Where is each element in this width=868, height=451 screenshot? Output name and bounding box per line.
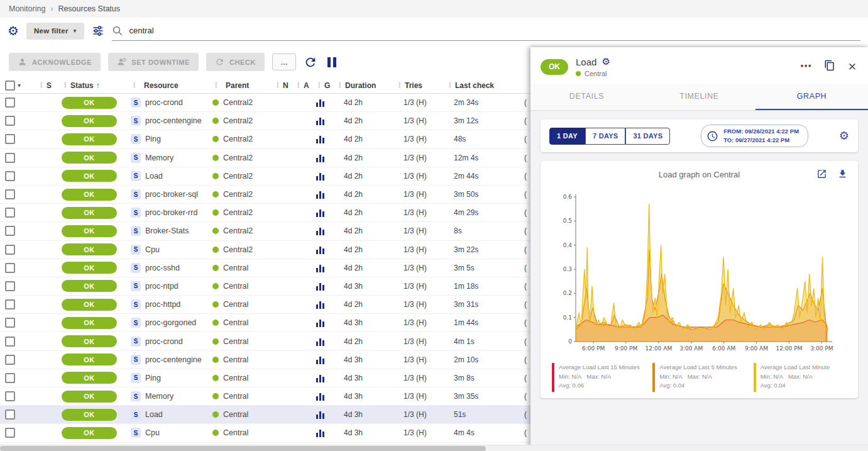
acknowledge-button[interactable]: ACKNOWLEDGE xyxy=(9,53,101,71)
row-checkbox[interactable] xyxy=(5,116,15,126)
time-range-1day-button[interactable]: 1 DAY xyxy=(549,128,585,145)
row-checkbox[interactable] xyxy=(5,428,15,438)
row-checkbox[interactable] xyxy=(5,391,15,401)
resource-name[interactable]: Ping xyxy=(145,374,161,382)
tab-details[interactable]: DETAILS xyxy=(530,84,643,110)
drag-handle-icon[interactable]: ⋮ xyxy=(131,81,138,89)
col-duration[interactable]: Duration xyxy=(345,81,376,90)
row-checkbox[interactable] xyxy=(5,337,15,347)
parent-name[interactable]: Central xyxy=(223,410,248,419)
parent-name[interactable]: Central2 xyxy=(223,226,253,235)
drag-handle-icon[interactable]: ⋮ xyxy=(212,81,219,89)
pause-autorefresh-icon[interactable] xyxy=(327,57,336,67)
row-checkbox[interactable] xyxy=(5,189,15,199)
tab-timeline[interactable]: TIMELINE xyxy=(643,84,755,110)
graph-chart-icon[interactable] xyxy=(316,153,325,162)
resource-name[interactable]: proc-ntpd xyxy=(145,282,179,291)
more-actions-button[interactable]: ... xyxy=(272,53,296,70)
graph-chart-icon[interactable] xyxy=(316,282,325,291)
resource-name[interactable]: proc-centengine xyxy=(145,116,202,125)
refresh-list-icon[interactable] xyxy=(304,55,317,69)
row-checkbox[interactable] xyxy=(5,208,15,218)
drag-handle-icon[interactable]: ⋮ xyxy=(295,81,302,89)
col-n[interactable]: N xyxy=(283,81,288,90)
resource-name[interactable]: Memory xyxy=(145,153,173,162)
parent-name[interactable]: Central xyxy=(223,282,248,291)
resource-name[interactable]: Broker-Stats xyxy=(145,226,189,235)
resource-name[interactable]: Cpu xyxy=(145,245,160,254)
resource-name[interactable]: proc-sshd xyxy=(145,264,180,272)
parent-name[interactable]: Central xyxy=(223,318,248,327)
horizontal-scrollbar[interactable] xyxy=(0,445,868,451)
row-checkbox[interactable] xyxy=(5,153,15,163)
row-checkbox[interactable] xyxy=(5,281,15,291)
resource-name[interactable]: proc-broker-sql xyxy=(145,190,198,199)
check-button[interactable]: CHECK xyxy=(206,53,265,71)
filter-settings-gear-icon[interactable]: ⚙ xyxy=(8,25,19,37)
breadcrumb-resources-status[interactable]: Resources Status xyxy=(58,4,120,13)
resource-name[interactable]: proc-crond xyxy=(145,98,183,107)
graph-chart-icon[interactable] xyxy=(316,264,325,272)
new-filter-button[interactable]: New filter ▾ xyxy=(26,23,84,40)
row-checkbox[interactable] xyxy=(5,134,15,144)
resource-name[interactable]: Load xyxy=(145,410,163,419)
graph-chart-icon[interactable] xyxy=(316,355,325,364)
row-checkbox[interactable] xyxy=(5,226,15,236)
col-tries[interactable]: Tries xyxy=(405,81,422,90)
resource-settings-gear-icon[interactable]: ⚙ xyxy=(602,56,610,67)
parent-name[interactable]: Central2 xyxy=(223,116,253,125)
download-icon[interactable] xyxy=(837,169,848,179)
graph-chart-icon[interactable] xyxy=(316,428,325,437)
filter-tune-icon[interactable] xyxy=(92,25,104,37)
parent-name[interactable]: Central xyxy=(223,337,248,346)
graph-chart-icon[interactable] xyxy=(316,300,325,309)
drag-handle-icon[interactable]: ⋮ xyxy=(316,81,322,89)
parent-name[interactable]: Central xyxy=(223,374,248,382)
parent-name[interactable]: Central xyxy=(223,392,248,401)
parent-name[interactable]: Central2 xyxy=(223,135,253,143)
col-a[interactable]: A xyxy=(304,81,309,90)
col-parent[interactable]: Parent xyxy=(226,81,249,90)
row-checkbox[interactable] xyxy=(5,355,15,365)
parent-name[interactable]: Central xyxy=(223,300,248,309)
resource-name[interactable]: Ping xyxy=(145,135,161,143)
time-range-31days-button[interactable]: 31 DAYS xyxy=(625,128,670,145)
legend-item[interactable]: Average Load Last Minute Min: N/A Max: N… xyxy=(754,363,849,392)
graph-chart-icon[interactable] xyxy=(316,374,325,382)
parent-name[interactable]: Central2 xyxy=(223,190,253,199)
open-in-new-icon[interactable] xyxy=(816,169,827,179)
row-checkbox[interactable] xyxy=(5,97,15,108)
col-g[interactable]: G xyxy=(324,81,330,90)
graph-chart-icon[interactable] xyxy=(316,392,325,401)
breadcrumb-monitoring[interactable]: Monitoring xyxy=(9,4,45,13)
row-checkbox[interactable] xyxy=(5,171,15,181)
graph-chart-icon[interactable] xyxy=(316,172,325,181)
parent-name[interactable]: Central2 xyxy=(223,208,253,217)
col-resource[interactable]: Resource xyxy=(144,81,179,90)
graph-chart-icon[interactable] xyxy=(316,337,325,346)
custom-period-selector[interactable]: FROM: 09/26/2021 4:22 PM TO: 09/27/2021 … xyxy=(701,125,808,147)
resource-name[interactable]: proc-crond xyxy=(145,337,183,346)
drag-handle-icon[interactable]: ⋮ xyxy=(274,81,281,89)
row-checkbox[interactable] xyxy=(5,263,15,273)
parent-name[interactable]: Central xyxy=(223,428,248,437)
graph-chart-icon[interactable] xyxy=(316,116,325,125)
parent-name[interactable]: Central2 xyxy=(223,153,253,162)
tab-graph[interactable]: GRAPH xyxy=(755,84,868,110)
resource-name[interactable]: proc-broker-rrd xyxy=(145,208,197,217)
graph-options-gear-icon[interactable]: ⚙ xyxy=(839,129,849,143)
scrollbar-thumb[interactable] xyxy=(0,446,486,451)
row-checkbox[interactable] xyxy=(5,318,15,328)
col-last-check[interactable]: Last check xyxy=(455,81,494,90)
parent-name[interactable]: Central xyxy=(223,264,248,272)
drag-handle-icon[interactable]: ⋮ xyxy=(38,81,45,89)
resource-name[interactable]: Cpu xyxy=(145,428,160,437)
parent-name[interactable]: Central2 xyxy=(223,245,253,254)
drag-handle-icon[interactable]: ⋮ xyxy=(396,81,403,89)
col-status[interactable]: Status xyxy=(70,81,94,90)
resource-name[interactable]: Memory xyxy=(145,392,173,401)
col-severity[interactable]: S xyxy=(47,81,52,90)
resource-name[interactable]: proc-centengine xyxy=(145,355,202,364)
copy-link-icon[interactable] xyxy=(824,60,835,74)
set-downtime-button[interactable]: SET DOWNTIME xyxy=(108,53,199,71)
